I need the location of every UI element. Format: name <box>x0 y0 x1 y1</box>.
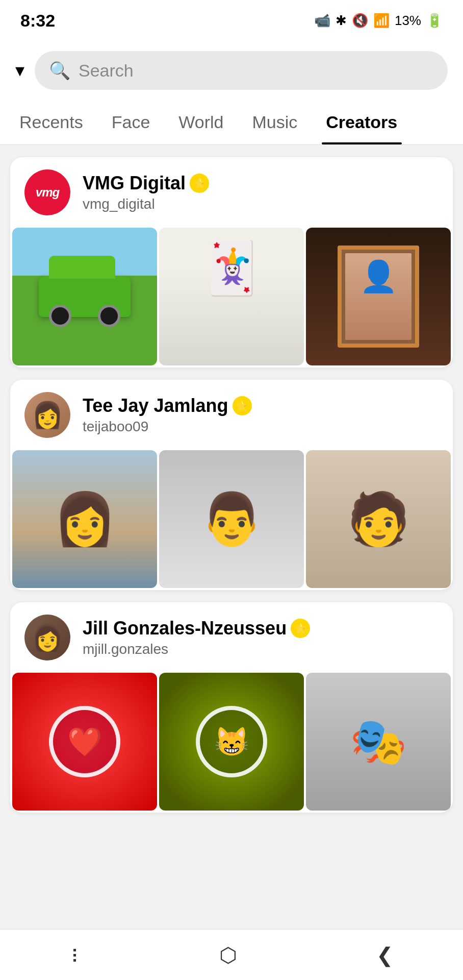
creator-header-vmg[interactable]: vmg VMG Digital ⭐ vmg_digital <box>10 157 453 228</box>
creator-info-vmg: VMG Digital ⭐ vmg_digital <box>83 173 209 212</box>
tee-jay-image-man2[interactable]: 🧑 <box>306 450 451 588</box>
creator-username-vmg: vmg_digital <box>83 196 209 212</box>
tab-face[interactable]: Face <box>97 100 165 144</box>
search-bar-container: ▾ 🔍 Search <box>0 41 463 100</box>
nav-back-button[interactable]: ❮ <box>361 938 409 972</box>
avatar-vmg: vmg <box>24 169 70 215</box>
tab-recents[interactable]: Recents <box>5 100 97 144</box>
creator-info-jill: Jill Gonzales-Nzeusseu ⭐ mjill.gonzales <box>83 618 310 657</box>
creator-username-tee-jay: teijaboo09 <box>83 419 252 435</box>
tab-creators[interactable]: Creators <box>312 100 411 144</box>
search-icon: 🔍 <box>49 60 70 81</box>
vmg-image-car[interactable] <box>12 228 157 365</box>
tab-world[interactable]: World <box>164 100 238 144</box>
tee-jay-image-woman[interactable]: 👩 <box>12 450 157 588</box>
bluetooth-icon: ✱ <box>336 13 347 29</box>
vmg-image-portrait[interactable]: 👤 <box>306 228 451 365</box>
creator-name-jill: Jill Gonzales-Nzeusseu ⭐ <box>83 618 310 639</box>
creator-images-tee-jay: 👩 👨 🧑 <box>12 450 451 588</box>
verified-badge-tee-jay: ⭐ <box>233 396 252 415</box>
home-icon: ⬡ <box>219 944 237 966</box>
tabs-container: Recents Face World Music Creators <box>0 100 463 145</box>
jill-image-red[interactable]: ❤️ <box>12 673 157 811</box>
creator-name-tee-jay: Tee Jay Jamlang ⭐ <box>83 395 252 416</box>
verified-badge-vmg: ⭐ <box>190 174 209 193</box>
creator-name-vmg: VMG Digital ⭐ <box>83 173 209 194</box>
verified-badge-jill: ⭐ <box>291 619 310 638</box>
mute-icon: 🔇 <box>352 13 368 29</box>
status-icons: 📹 ✱ 🔇 📶 13% 🔋 <box>314 13 443 29</box>
content-area: vmg VMG Digital ⭐ vmg_digital <box>0 145 463 825</box>
status-time: 8:32 <box>20 11 55 31</box>
creator-card-tee-jay: 👩 Tee Jay Jamlang ⭐ teijaboo09 👩 👨 🧑 <box>10 380 453 590</box>
nav-menu-button[interactable]: ⫶ <box>55 938 95 971</box>
creator-images-jill: ❤️ 😸 🎭 <box>12 673 451 811</box>
creator-header-tee-jay[interactable]: 👩 Tee Jay Jamlang ⭐ teijaboo09 <box>10 380 453 450</box>
avatar-jill: 👩 <box>24 615 70 660</box>
battery-icon: 🔋 <box>426 13 443 29</box>
camera-icon: 📹 <box>314 13 330 29</box>
search-input-wrapper[interactable]: 🔍 Search <box>35 51 448 90</box>
creator-username-jill: mjill.gonzales <box>83 641 310 657</box>
vmg-image-jester[interactable]: 🃏 <box>159 228 304 365</box>
creator-card-vmg: vmg VMG Digital ⭐ vmg_digital <box>10 157 453 368</box>
jill-image-green[interactable]: 😸 <box>159 673 304 811</box>
tab-music[interactable]: Music <box>238 100 312 144</box>
creator-images-vmg: 🃏 👤 <box>12 228 451 365</box>
jill-image-mask[interactable]: 🎭 <box>306 673 451 811</box>
search-input[interactable]: Search <box>79 61 134 81</box>
bottom-navigation: ⫶ ⬡ ❮ <box>0 929 463 980</box>
avatar-tee-jay: 👩 <box>24 392 70 438</box>
back-icon: ❮ <box>376 944 394 966</box>
dropdown-arrow[interactable]: ▾ <box>15 60 24 81</box>
status-bar: 8:32 📹 ✱ 🔇 📶 13% 🔋 <box>0 0 463 41</box>
creator-header-jill[interactable]: 👩 Jill Gonzales-Nzeusseu ⭐ mjill.gonzale… <box>10 602 453 673</box>
battery-text: 13% <box>395 13 421 29</box>
creator-card-jill: 👩 Jill Gonzales-Nzeusseu ⭐ mjill.gonzale… <box>10 602 453 813</box>
creator-info-tee-jay: Tee Jay Jamlang ⭐ teijaboo09 <box>83 395 252 435</box>
nav-home-button[interactable]: ⬡ <box>204 938 252 972</box>
menu-icon: ⫶ <box>70 943 80 966</box>
wifi-icon: 📶 <box>373 13 390 29</box>
tee-jay-image-man[interactable]: 👨 <box>159 450 304 588</box>
